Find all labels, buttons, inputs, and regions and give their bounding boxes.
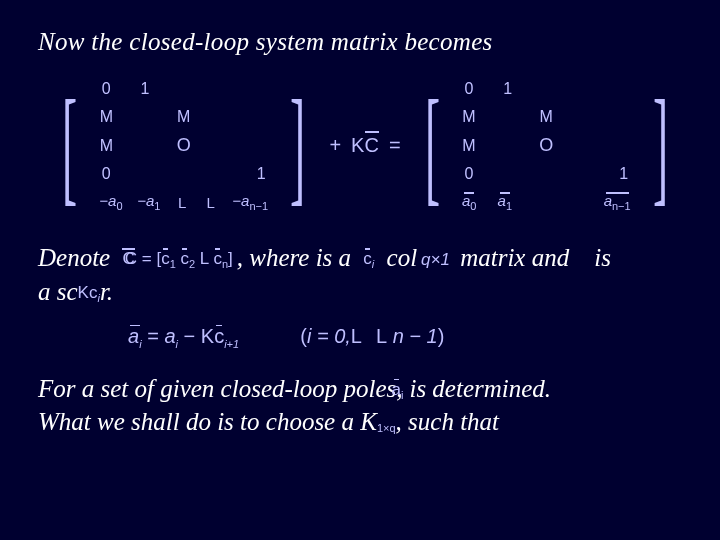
mat-cell: 0 xyxy=(462,80,476,98)
closing-line2b: , such that xyxy=(396,408,499,435)
mat-cell: a1 xyxy=(498,192,512,212)
mat-cell: M xyxy=(99,137,113,155)
mat-cell: 0 xyxy=(99,165,113,183)
mat-cell: 1 xyxy=(617,165,631,183)
k-subscript: 1×q xyxy=(377,412,396,436)
mat-cell: M xyxy=(99,108,113,126)
denote-text: , where is a xyxy=(237,244,351,271)
mat-cell: −an−1 xyxy=(232,192,268,212)
mat-cell: −a0 xyxy=(99,192,122,212)
denote-word: Denote xyxy=(38,244,110,271)
Kci-symbol: Kci xyxy=(78,282,100,306)
mat-cell: M xyxy=(539,108,553,126)
matrix-result: 01 MM MO 01 a0 a1 an−1 xyxy=(462,78,631,213)
plus-sign: + xyxy=(329,134,341,157)
mat-cell: 1 xyxy=(501,80,515,98)
ai-bar-symbol: ai xyxy=(392,379,404,403)
matrix-A: 01 MM MO 01 −a0 −a1 L L −an−1 xyxy=(99,78,268,213)
mat-cell: 0 xyxy=(99,80,113,98)
right-bracket-2: ] xyxy=(653,87,668,204)
left-bracket-1: [ xyxy=(62,87,77,204)
closing-line1b: is determined. xyxy=(409,375,551,402)
mat-cell: −a1 xyxy=(137,192,160,212)
mat-cell: M xyxy=(462,137,476,155)
mat-cell: L xyxy=(175,194,189,211)
matrix-expression: [ 01 MM MO 01 −a0 −a1 L L −an−1 ] + KC =… xyxy=(48,78,682,213)
mat-diag: O xyxy=(539,135,553,156)
right-bracket-1: ] xyxy=(290,87,305,204)
mat-cell: 1 xyxy=(254,165,268,183)
left-bracket-2: [ xyxy=(425,87,440,204)
C-definition: CC = [c1 c2 L cn] xyxy=(120,248,232,272)
closing-line2: What we shall do is to choose a K xyxy=(38,408,377,435)
mat-diag: O xyxy=(177,135,191,156)
denote-line2-post: r. xyxy=(100,278,113,305)
mat-cell: 1 xyxy=(138,80,152,98)
mat-cell: 0 xyxy=(462,165,476,183)
equals-sign: = xyxy=(389,134,401,157)
closing-line1: For a set of given closed-loop poles, xyxy=(38,375,428,402)
kc-term: KC xyxy=(351,134,379,157)
denote-line2-pre: a sc xyxy=(38,278,78,305)
mat-cell: M xyxy=(462,108,476,126)
qx1-symbol: q×1 xyxy=(421,249,450,272)
closing-paragraph: For a set of given closed-loop poles, ai… xyxy=(38,372,682,440)
mat-cell: a0 xyxy=(462,192,476,212)
mat-cell: M xyxy=(177,108,191,126)
slide-title: Now the closed-loop system matrix become… xyxy=(38,28,682,56)
denote-text-3: matrix and is xyxy=(460,244,611,271)
ci-symbol: ci xyxy=(363,248,374,272)
mat-cell: an−1 xyxy=(604,192,631,212)
a-bar-equation: ai = ai − Kci+1 (i = 0,LL n − 1) xyxy=(128,325,682,350)
denote-paragraph: Denote CC = [c1 c2 L cn] , where is a ci… xyxy=(38,241,682,309)
mat-cell: L xyxy=(204,194,218,211)
denote-text-2: col xyxy=(387,244,418,271)
